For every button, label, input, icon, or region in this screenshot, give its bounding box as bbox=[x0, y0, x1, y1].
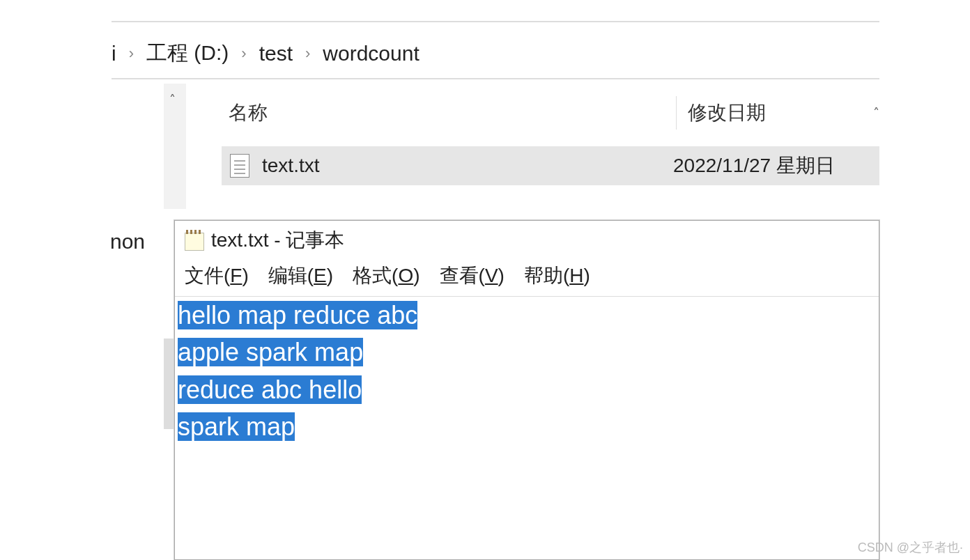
header-divider bbox=[111, 78, 879, 79]
selected-text-line: hello map reduce abc bbox=[178, 301, 417, 329]
menu-format[interactable]: 格式(O) bbox=[353, 263, 419, 289]
chevron-right-icon: › bbox=[241, 45, 246, 63]
file-date-label: 2022/11/27 星期日 bbox=[673, 153, 835, 179]
menu-edit[interactable]: 编辑(E) bbox=[268, 263, 333, 289]
selected-text-line: spark map bbox=[178, 412, 295, 441]
menu-help[interactable]: 帮助(H) bbox=[524, 263, 590, 289]
sidebar-item-fragment: non bbox=[110, 230, 145, 254]
file-row[interactable]: text.txt 2022/11/27 星期日 bbox=[222, 146, 879, 185]
breadcrumb-part-root[interactable]: i bbox=[111, 42, 116, 65]
selected-text-line: reduce abc hello bbox=[178, 375, 362, 404]
breadcrumb: i › 工程 (D:) › test › wordcount bbox=[111, 39, 419, 68]
notepad-menubar: 文件(F) 编辑(E) 格式(O) 查看(V) 帮助(H) bbox=[175, 260, 879, 297]
sort-ascending-icon: ˄ bbox=[873, 105, 879, 120]
watermark-label: CSDN @之乎者也· bbox=[858, 539, 963, 556]
menu-file[interactable]: 文件(F) bbox=[185, 263, 249, 289]
breadcrumb-part-folder2[interactable]: wordcount bbox=[323, 42, 419, 65]
chevron-up-icon: ˄ bbox=[169, 92, 176, 107]
top-divider bbox=[111, 21, 879, 22]
file-list-header: 名称 ˄ 修改日期 bbox=[223, 96, 879, 130]
column-header-name[interactable]: 名称 bbox=[229, 100, 727, 126]
chevron-right-icon: › bbox=[305, 45, 310, 63]
selected-text-line: apple spark map bbox=[178, 338, 363, 366]
sidebar-scrollbar[interactable]: ˄ bbox=[164, 84, 186, 209]
notepad-title: text.txt - 记事本 bbox=[211, 227, 344, 254]
column-header-date[interactable]: 修改日期 bbox=[676, 96, 766, 130]
notepad-window: text.txt - 记事本 文件(F) 编辑(E) 格式(O) 查看(V) 帮… bbox=[174, 220, 879, 560]
notepad-text-area[interactable]: hello map reduce abc apple spark map red… bbox=[175, 297, 879, 445]
text-file-icon bbox=[230, 154, 249, 178]
notepad-icon bbox=[185, 230, 204, 251]
chevron-right-icon: › bbox=[129, 45, 134, 63]
breadcrumb-part-drive[interactable]: 工程 (D:) bbox=[146, 39, 229, 68]
notepad-titlebar: text.txt - 记事本 bbox=[175, 221, 879, 260]
breadcrumb-part-folder1[interactable]: test bbox=[259, 42, 293, 65]
scrollbar-thumb[interactable] bbox=[164, 339, 175, 429]
menu-view[interactable]: 查看(V) bbox=[440, 263, 505, 289]
